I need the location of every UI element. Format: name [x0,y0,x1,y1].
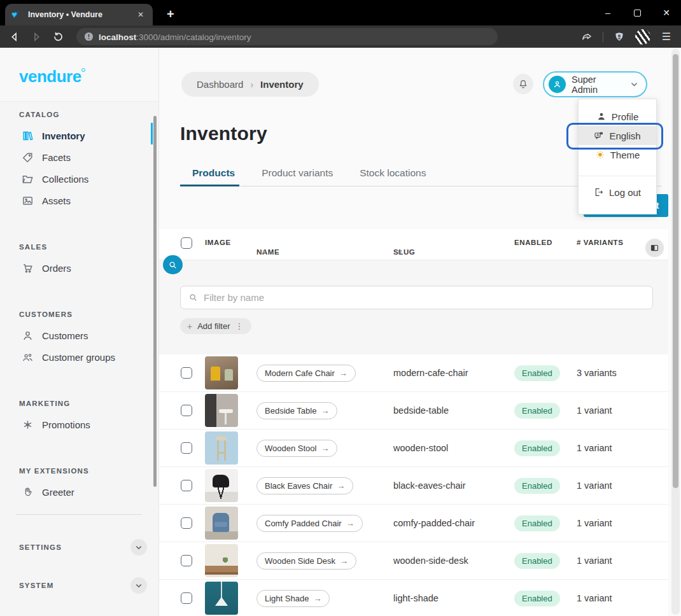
user-dropdown-menu: Profile A English Theme [578,99,657,214]
forward-button[interactable] [28,29,45,45]
product-name-link[interactable]: Bedside Table → [256,402,337,419]
svg-text:A: A [597,133,600,137]
menu-item-profile[interactable]: Profile [579,107,656,126]
table-header: IMAGE NAME SLUG ENABLED # VARIANTS [159,229,668,260]
sidebar-item-orders[interactable]: Orders [0,260,158,276]
breadcrumb-separator-icon: › [250,80,253,90]
user-menu-button[interactable]: Super Admin [543,71,647,97]
sidebar-section-settings[interactable]: SETTINGS [0,539,158,556]
browser-window: ♥ ♥ Inventory • Vendure ✕ + – ✕ [0,0,681,616]
menu-item-language[interactable]: A English [579,126,656,145]
sidebar-item-customers[interactable]: Customers [0,327,158,344]
tab-products[interactable]: Products [192,167,235,186]
column-header-variants: # VARIANTS [577,239,624,246]
arrow-right-icon: → [337,481,345,491]
menu-item-theme[interactable]: Theme [579,145,656,164]
filter-input-wrapper[interactable] [180,286,653,309]
sidebar-item-label: Orders [42,263,71,274]
sidebar-item-promotions[interactable]: Promotions [0,416,158,433]
image-icon [22,195,34,207]
sidebar-item-facets[interactable]: Facets [0,149,158,165]
table-body: Modern Cafe Chair → modern-cafe-chair En… [159,354,668,616]
column-settings-button[interactable] [645,239,664,257]
breadcrumb-dashboard[interactable]: Dashboard [197,79,243,90]
product-name-link[interactable]: Wooden Side Desk → [256,552,356,570]
product-thumbnail[interactable] [205,431,238,465]
tab-product-variants[interactable]: Product variants [262,167,333,186]
sort-icon[interactable] [396,248,404,257]
product-name: Light Shade [265,594,309,603]
reload-icon [52,31,64,43]
close-button[interactable]: ✕ [652,0,681,25]
sidebar-section-system[interactable]: SYSTEM [0,577,158,594]
notifications-button[interactable] [513,74,533,94]
maximize-icon [634,10,641,17]
status-badge: Enabled [514,553,560,569]
variant-count: 3 variants [577,368,617,378]
product-name-link[interactable]: Comfy Padded Chair → [256,515,363,532]
address-bar[interactable]: localhost:3000/admin/catalog/inventory [76,28,498,45]
maximize-button[interactable] [622,0,652,25]
settings-expand-button[interactable] [130,539,147,556]
product-name-link[interactable]: Modern Cafe Chair → [256,365,356,382]
filter-by-name-input[interactable] [204,292,645,303]
vendure-logo[interactable]: vendure [19,67,81,87]
sort-icon[interactable] [259,248,267,257]
product-thumbnail[interactable] [205,356,238,389]
product-thumbnail[interactable] [205,469,238,502]
brave-shield-button[interactable] [611,29,628,45]
section-label-my-extensions: MY EXTENSIONS [19,467,158,475]
search-button[interactable] [163,255,183,274]
select-all-checkbox[interactable] [181,237,192,249]
new-tab-button[interactable]: + [167,7,174,22]
sidebar-item-collections[interactable]: Collections [0,171,158,187]
tag-icon [22,151,34,164]
product-name-link[interactable]: Light Shade → [256,590,330,607]
arrow-right-icon: → [339,368,348,378]
row-checkbox[interactable] [181,592,192,604]
back-icon [8,31,21,43]
product-slug: black-eaves-chair [393,480,466,491]
back-button[interactable] [6,29,23,45]
site-info-icon[interactable] [84,32,94,41]
breadcrumb-inventory[interactable]: Inventory [260,79,304,90]
product-name-link[interactable]: Black Eaves Chair → [256,477,353,494]
sidebar-item-greeter[interactable]: Greeter [0,484,158,500]
product-thumbnail[interactable] [205,544,238,577]
row-checkbox[interactable] [181,405,192,416]
product-slug: bedside-table [393,405,449,416]
row-checkbox[interactable] [181,442,192,454]
product-thumbnail[interactable] [205,582,238,615]
product-name-link[interactable]: Wooden Stool → [256,440,337,457]
sidebar-scrollbar[interactable] [153,116,157,487]
menu-item-logout[interactable]: Log out [579,179,656,205]
product-thumbnail[interactable] [205,507,238,540]
column-header-image: IMAGE [205,239,231,246]
tab-stock-locations[interactable]: Stock locations [360,167,426,186]
browser-profile-avatar[interactable] [635,29,650,45]
sidebar-item-customer-groups[interactable]: Customer groups [0,349,158,365]
product-thumbnail[interactable] [205,394,238,427]
section-label-settings: SETTINGS [19,543,62,551]
minimize-button[interactable]: – [593,0,622,25]
row-checkbox[interactable] [181,517,192,529]
row-checkbox[interactable] [181,367,192,379]
sidebar-item-assets[interactable]: Assets [0,192,158,209]
share-button[interactable] [579,29,595,45]
section-label-customers: CUSTOMERS [19,311,158,318]
browser-tab[interactable]: ♥ ♥ Inventory • Vendure ✕ [5,4,153,25]
logout-icon [594,187,604,197]
section-label-system: SYSTEM [19,582,54,589]
filter-options-icon[interactable]: ⋮ [235,321,244,331]
add-filter-button[interactable]: + Add filter ⋮ [180,318,251,334]
row-checkbox[interactable] [181,480,192,491]
browser-menu-button[interactable]: ☰ [658,29,675,45]
tab-close-icon[interactable]: ✕ [135,9,146,20]
reload-button[interactable] [50,29,66,45]
row-checkbox[interactable] [181,555,192,566]
page-scrollbar-thumb[interactable] [673,54,678,488]
users-icon [22,351,34,363]
active-item-indicator [151,123,153,144]
sidebar-item-inventory[interactable]: Inventory [0,127,158,144]
system-expand-button[interactable] [130,577,147,594]
